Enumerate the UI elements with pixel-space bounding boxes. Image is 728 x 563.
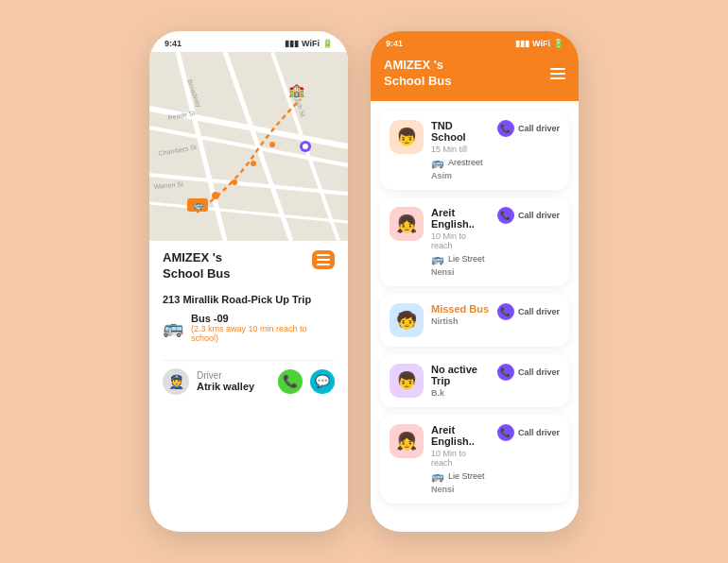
card-avatar: 👦 (390, 120, 424, 154)
bus-row: 🚌 Bus -09 (2.3 kms away 10 min reach to … (163, 313, 335, 343)
call-driver-label: Call driver (518, 367, 560, 377)
bus-sub: (2.3 kms away 10 min reach to school) (191, 324, 335, 343)
card-body: No active Trip B.k (431, 364, 490, 398)
card-street: Lie Street (448, 254, 485, 264)
wifi-icon-r: WiFi (532, 39, 550, 48)
bus-name: Bus -09 (191, 313, 335, 324)
bus-small-icon: 🚌 (431, 470, 444, 483)
call-circle-icon: 📞 (497, 207, 514, 224)
card-body: Missed Bus Nirtish (431, 303, 490, 326)
driver-label: Driver (197, 370, 254, 381)
card-school: Areit English.. (431, 207, 490, 230)
list-item: 👧 Areit English.. 10 Min to reach 🚌 Lie … (380, 197, 569, 286)
wifi-icon: WiFi (302, 39, 320, 48)
svg-point-14 (232, 179, 237, 185)
status-icons-left: ▮▮▮ WiFi 🔋 (285, 39, 333, 48)
driver-info: 👮 Driver Atrik walley (163, 368, 254, 395)
time-right: 9:41 (386, 39, 403, 48)
call-driver-label: Call driver (518, 124, 560, 133)
card-street: Lie Street (448, 471, 485, 481)
list-item: 👦 TND School 15 Min till 🚌 Arestreet Asi… (380, 111, 569, 190)
contact-icons: 📞 💬 (278, 369, 335, 394)
svg-point-16 (269, 142, 275, 147)
svg-text:🏫: 🏫 (288, 82, 305, 98)
card-school: No active Trip (431, 364, 490, 386)
left-menu-button[interactable] (312, 250, 335, 269)
status-icons-right: ▮▮▮ WiFi 🔋 (515, 39, 563, 48)
call-driver-button[interactable]: 📞 Call driver (497, 424, 560, 441)
call-circle-icon: 📞 (497, 424, 514, 441)
card-school: Areit English.. (431, 424, 490, 447)
card-time: 10 Min to reach (431, 449, 490, 468)
divider (163, 360, 335, 361)
card-avatar: 👧 (390, 424, 424, 458)
card-street: Arestreet (448, 158, 483, 167)
signal-icon: ▮▮▮ (285, 39, 299, 48)
status-bar-right: 9:41 ▮▮▮ WiFi 🔋 (371, 31, 579, 52)
list-item: 👦 No active Trip B.k 📞 Call driver (380, 354, 569, 407)
trip-info: 213 Mirallik Road-Pick Up Trip 🚌 Bus -09… (149, 288, 348, 352)
card-time: 10 Min to reach (431, 231, 490, 250)
list-item: 👧 Areit English.. 10 Min to reach 🚌 Lie … (380, 415, 569, 503)
list-item: 🧒 Missed Bus Nirtish 📞 Call driver (380, 294, 569, 347)
left-app-title: AMIZEX 's School Bus (163, 250, 231, 282)
status-bar-left: 9:41 ▮▮▮ WiFi 🔋 (149, 31, 348, 52)
left-phone: 9:41 ▮▮▮ WiFi 🔋 Reade St (149, 31, 348, 532)
battery-icon-r: 🔋 (553, 39, 563, 48)
call-button[interactable]: 📞 (278, 369, 303, 394)
card-body: Areit English.. 10 Min to reach 🚌 Lie St… (431, 424, 490, 494)
call-driver-button[interactable]: 📞 Call driver (497, 364, 560, 381)
svg-point-21 (303, 144, 308, 149)
svg-point-13 (212, 192, 219, 199)
child-name: B.k (431, 388, 490, 398)
driver-name: Atrik walley (197, 381, 254, 392)
trip-title: 213 Mirallik Road-Pick Up Trip (163, 294, 335, 305)
card-right: 📞 Call driver (497, 424, 560, 441)
bus-emoji: 🚌 (163, 317, 183, 338)
card-school: Missed Bus (431, 303, 490, 315)
svg-text:🚌: 🚌 (193, 199, 204, 211)
child-name: Asim (431, 171, 490, 180)
time-left: 9:41 (165, 39, 182, 48)
card-status-row: 🚌 Arestreet (431, 157, 490, 169)
svg-point-15 (251, 161, 256, 166)
card-right: 📞 Call driver (497, 120, 560, 137)
child-name: Nensi (431, 267, 490, 277)
card-right: 📞 Call driver (497, 207, 560, 224)
card-avatar: 👧 (390, 207, 424, 241)
right-menu-button[interactable] (550, 68, 565, 79)
card-body: TND School 15 Min till 🚌 Arestreet Asim (431, 120, 490, 180)
battery-icon: 🔋 (322, 39, 333, 48)
chat-button[interactable]: 💬 (310, 369, 335, 394)
call-driver-button[interactable]: 📞 Call driver (497, 303, 560, 320)
driver-row: 👮 Driver Atrik walley 📞 💬 (149, 368, 348, 395)
call-circle-icon: 📞 (497, 303, 514, 320)
bus-small-icon: 🚌 (431, 157, 444, 169)
right-phone: 9:41 ▮▮▮ WiFi 🔋 AMIZEX 's School Bus 👦 T… (371, 31, 579, 532)
call-circle-icon: 📞 (497, 364, 514, 381)
card-avatar: 👦 (390, 364, 424, 398)
card-body: Areit English.. 10 Min to reach 🚌 Lie St… (431, 207, 490, 277)
child-name: Nensi (431, 485, 490, 494)
map-area: Reade St Chambers St Warren St Broadway … (149, 52, 348, 241)
child-name: Nirtish (431, 316, 490, 326)
card-right: 📞 Call driver (497, 364, 560, 381)
call-driver-label: Call driver (518, 211, 560, 220)
driver-avatar: 👮 (163, 368, 189, 395)
call-driver-button[interactable]: 📞 Call driver (497, 120, 560, 137)
call-circle-icon: 📞 (497, 120, 514, 137)
card-school: TND School (431, 120, 490, 143)
signal-icon-r: ▮▮▮ (515, 39, 529, 48)
right-header: AMIZEX 's School Bus (371, 52, 579, 101)
left-header: AMIZEX 's School Bus (149, 241, 348, 288)
bus-small-icon: 🚌 (431, 253, 444, 265)
card-status-row: 🚌 Lie Street (431, 253, 490, 265)
right-app-title: AMIZEX 's School Bus (384, 58, 452, 90)
card-time: 15 Min till (431, 145, 490, 154)
card-right: 📞 Call driver (497, 303, 560, 320)
call-driver-button[interactable]: 📞 Call driver (497, 207, 560, 224)
call-driver-label: Call driver (518, 307, 560, 316)
call-driver-label: Call driver (518, 428, 560, 437)
card-avatar: 🧒 (390, 303, 424, 337)
cards-list: 👦 TND School 15 Min till 🚌 Arestreet Asi… (371, 101, 579, 526)
